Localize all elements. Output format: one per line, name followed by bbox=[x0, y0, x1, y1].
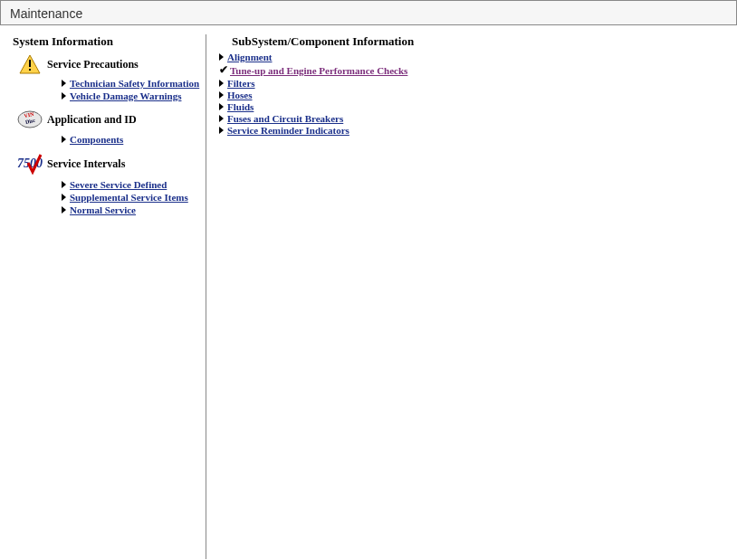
mileage-check-icon: 7500 bbox=[13, 152, 47, 176]
vin-disc-icon: VIN Disc bbox=[13, 109, 47, 130]
link-supplemental-items[interactable]: Supplemental Service Items bbox=[70, 192, 188, 203]
arrow-icon bbox=[62, 80, 66, 87]
page-title: Maintenance bbox=[10, 6, 82, 21]
section-application-id: VIN Disc Application and ID bbox=[13, 109, 206, 130]
section-service-intervals: 7500 Service Intervals bbox=[13, 152, 206, 176]
subsystem-row-selected: ✔ Tune-up and Engine Performance Checks bbox=[219, 63, 737, 77]
arrow-icon bbox=[219, 115, 224, 122]
link-components[interactable]: Components bbox=[70, 134, 123, 145]
link-row: Components bbox=[13, 134, 206, 145]
link-row: Vehicle Damage Warnings bbox=[13, 90, 206, 101]
left-pane: System Information Service Precautions T… bbox=[13, 34, 206, 559]
link-normal-service[interactable]: Normal Service bbox=[70, 204, 136, 215]
svg-rect-1 bbox=[29, 60, 31, 67]
arrow-icon bbox=[219, 127, 224, 134]
link-hoses[interactable]: Hoses bbox=[227, 90, 253, 100]
link-tune-up[interactable]: Tune-up and Engine Performance Checks bbox=[230, 65, 407, 76]
subsystem-row: Filters bbox=[219, 78, 737, 89]
title-bar: Maintenance bbox=[0, 0, 737, 25]
link-row: Severe Service Defined bbox=[13, 179, 206, 190]
arrow-icon bbox=[219, 103, 224, 110]
arrow-icon bbox=[62, 136, 66, 143]
right-pane: SubSystem/Component Information Alignmen… bbox=[206, 34, 737, 559]
svg-rect-2 bbox=[29, 69, 31, 71]
link-technician-safety[interactable]: Technician Safety Information bbox=[70, 78, 199, 89]
arrow-icon bbox=[62, 194, 66, 201]
arrow-icon bbox=[62, 92, 66, 100]
subsystem-row: Fluids bbox=[219, 101, 737, 112]
arrow-icon bbox=[62, 181, 66, 188]
arrow-icon bbox=[62, 206, 66, 214]
check-icon: ✔ bbox=[219, 63, 228, 77]
link-alignment[interactable]: Alignment bbox=[227, 52, 273, 62]
arrow-icon bbox=[219, 53, 224, 61]
warning-icon bbox=[13, 54, 47, 74]
link-severe-service[interactable]: Severe Service Defined bbox=[70, 179, 167, 190]
arrow-icon bbox=[219, 91, 224, 99]
heading-application-id: Application and ID bbox=[47, 113, 137, 127]
heading-service-precautions: Service Precautions bbox=[47, 58, 139, 71]
subsystem-row: Service Reminder Indicators bbox=[219, 125, 737, 136]
right-pane-title: SubSystem/Component Information bbox=[232, 34, 737, 49]
link-row: Technician Safety Information bbox=[13, 78, 206, 89]
link-row: Supplemental Service Items bbox=[13, 192, 206, 203]
arrow-icon bbox=[219, 80, 224, 87]
subsystem-row: Alignment bbox=[219, 52, 737, 62]
link-reminder-indicators[interactable]: Service Reminder Indicators bbox=[227, 125, 349, 136]
subsystem-row: Fuses and Circuit Breakers bbox=[219, 113, 737, 124]
link-fuses-breakers[interactable]: Fuses and Circuit Breakers bbox=[227, 113, 343, 124]
link-vehicle-damage[interactable]: Vehicle Damage Warnings bbox=[70, 90, 181, 101]
link-filters[interactable]: Filters bbox=[227, 78, 255, 89]
heading-service-intervals: Service Intervals bbox=[47, 157, 125, 171]
main-area: System Information Service Precautions T… bbox=[0, 25, 737, 559]
left-pane-title: System Information bbox=[13, 34, 206, 49]
subsystem-row: Hoses bbox=[219, 90, 737, 100]
link-fluids[interactable]: Fluids bbox=[227, 101, 254, 112]
link-row: Normal Service bbox=[13, 204, 206, 215]
section-service-precautions: Service Precautions bbox=[13, 54, 206, 74]
